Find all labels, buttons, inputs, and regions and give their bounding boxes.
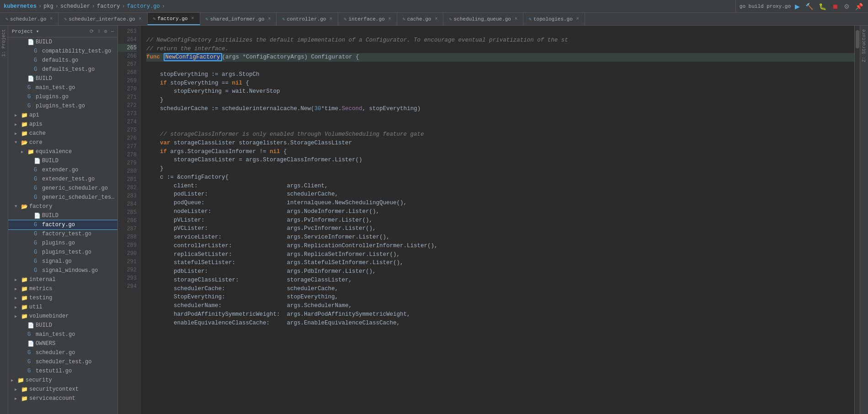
debug-button[interactable]: 🐛 — [817, 3, 828, 10]
tree-arrow-api: ▶ — [15, 113, 21, 118]
code-line-292: schedulerName: args.SchedulerName, — [146, 303, 352, 309]
tab-label: shared_informer.go — [210, 16, 265, 22]
tab-close-button[interactable]: × — [268, 16, 271, 21]
breadcrumb-pkg[interactable]: pkg — [43, 3, 53, 10]
collapse-icon[interactable]: ↕ — [97, 28, 101, 34]
tree-item-owners[interactable]: 📄 OWNERS — [8, 339, 117, 348]
tree-item-serviceaccount[interactable]: ▶ 📁 serviceaccount — [8, 394, 117, 403]
tree-item-factory[interactable]: ▼ 📂 factory — [8, 202, 117, 211]
tab-close-button[interactable]: × — [139, 16, 142, 21]
tab-shared-informer-go[interactable]: ✎ shared_informer.go × — [200, 13, 277, 25]
tree-item-securitycontext[interactable]: ▶ 📁 securitycontext — [8, 385, 117, 394]
settings-button[interactable]: ⚙ — [842, 3, 851, 10]
tree-item-extender-test[interactable]: G extender_test.go — [8, 175, 117, 184]
tree-item-defaults-test[interactable]: G defaults_test.go — [8, 65, 117, 74]
right-scrollbar[interactable] — [854, 26, 860, 414]
tab-close-button[interactable]: × — [435, 16, 437, 21]
tree-item-testutil[interactable]: G testutil.go — [8, 366, 117, 376]
breadcrumb-factory-go[interactable]: factory.go — [127, 3, 160, 10]
tree-item-signal-windows[interactable]: G signal_windows.go — [8, 266, 117, 275]
tree-item-plugins-test-factory[interactable]: G plugins_test.go — [8, 248, 117, 257]
more-icon[interactable]: ⋯ — [111, 28, 114, 34]
tab-topologies-go[interactable]: ✎ topologies.go × — [523, 13, 585, 25]
code-line-277: c := &configFactory{ — [146, 174, 229, 180]
tree-item-util[interactable]: ▶ 📁 util — [8, 303, 117, 312]
go-file-icon: G — [34, 66, 41, 73]
tree-item-internal[interactable]: ▶ 📁 internal — [8, 275, 117, 284]
tab-scheduler-go[interactable]: ✎ scheduler.go × — [0, 13, 59, 25]
tree-item-compat-test[interactable]: G compatibility_test.go — [8, 47, 117, 56]
pin-button[interactable]: 📌 — [854, 3, 864, 10]
line-number: 283 — [118, 192, 137, 200]
go-file-icon: G — [34, 240, 41, 246]
tree-item-defaults[interactable]: G defaults.go — [8, 56, 117, 65]
tree-item-volumebinder[interactable]: ▶ 📁 volumebinder — [8, 312, 117, 321]
tree-item-factory-go[interactable]: G factory.go — [8, 220, 117, 229]
settings-icon[interactable]: ⚙ — [104, 28, 107, 34]
tree-item-core[interactable]: ▼ 📂 core — [8, 138, 117, 147]
tree-item-testing[interactable]: ▶ 📁 testing — [8, 293, 117, 303]
tab-close-button[interactable]: × — [50, 16, 53, 21]
tab-controller-go[interactable]: ✎ controller.go × — [277, 13, 338, 25]
tab-label: scheduling_queue.go — [454, 16, 511, 22]
tree-item-metrics[interactable]: ▶ 📁 metrics — [8, 284, 117, 293]
tree-item-factory-test[interactable]: G factory_test.go — [8, 229, 117, 239]
tab-interface-go[interactable]: ✎ interface.go × — [338, 13, 397, 25]
stop-button[interactable]: ⏹ — [831, 3, 840, 10]
tree-item-plugins[interactable]: G plugins.go — [8, 92, 117, 101]
run-button[interactable]: ▶ — [793, 3, 801, 10]
tree-item-security[interactable]: ▶ 📁 security — [8, 376, 117, 385]
build-button[interactable]: 🔨 — [804, 3, 815, 10]
tree-label: defaults_test.go — [42, 66, 95, 73]
breadcrumb-scheduler[interactable]: scheduler — [60, 3, 90, 10]
tree-item-plugins-factory[interactable]: G plugins.go — [8, 239, 117, 248]
tree-item-build-core[interactable]: 📄 BUILD — [8, 156, 117, 165]
tree-arrow: ▶ — [15, 387, 21, 392]
tree-item-generic-scheduler-test[interactable]: G generic_scheduler_test.go — [8, 193, 117, 202]
breadcrumb-kubernetes[interactable]: kubernetes — [4, 3, 37, 10]
tree-item-build-root[interactable]: 📄 BUILD — [8, 37, 117, 47]
tree-item-build-sched[interactable]: 📄 BUILD — [8, 321, 117, 330]
tree-item-scheduler-go[interactable]: G scheduler.go — [8, 348, 117, 357]
tab-close-button[interactable]: × — [330, 16, 332, 21]
tree-item-equivalence[interactable]: ▶ 📁 equivalence — [8, 147, 117, 156]
code-editor[interactable]: // NewConfigFactory initializes the defa… — [141, 26, 854, 414]
tab-cache-go[interactable]: ✎ cache.go × — [397, 13, 444, 25]
sync-icon[interactable]: ⟳ — [90, 28, 94, 34]
tree-item-main-test[interactable]: G main_test.go — [8, 83, 117, 92]
tree-label: BUILD — [42, 212, 59, 219]
tree-item-main-test-sched[interactable]: G main_test.go — [8, 330, 117, 339]
tree-item-cache[interactable]: ▶ 📁 cache — [8, 129, 117, 138]
code-line-294: enableEquivalenceClassCache: args.Enable… — [146, 320, 400, 326]
tab-scheduling-queue-go[interactable]: ✎ scheduling_queue.go × — [443, 13, 523, 25]
scroll-thumb[interactable] — [856, 30, 859, 48]
line-number: 266 — [118, 52, 137, 60]
tab-factory-go[interactable]: ✎ factory.go × — [148, 13, 200, 25]
tree-label: api — [29, 112, 39, 118]
tab-scheduler-interface-go[interactable]: ✎ scheduler_interface.go × — [59, 13, 147, 25]
breadcrumb-sep-4: › — [122, 3, 125, 10]
code-line-263: // NewConfigFactory initializes the defa… — [146, 37, 568, 43]
tab-close-button[interactable]: × — [515, 16, 517, 21]
tree-item-generic-scheduler[interactable]: G generic_scheduler.go — [8, 184, 117, 193]
tree-arrow: ▶ — [15, 296, 21, 301]
tree-item-apis[interactable]: ▶ 📁 apis — [8, 120, 117, 129]
tree-item-build2[interactable]: 📄 BUILD — [8, 74, 117, 83]
tree-arrow-apis: ▶ — [15, 122, 21, 127]
tree-item-scheduler-test-go[interactable]: G scheduler_test.go — [8, 357, 117, 366]
tree-item-api[interactable]: ▶ 📁 api — [8, 111, 117, 120]
tree-item-signal[interactable]: G signal.go — [8, 257, 117, 266]
folder-icon: 📁 — [27, 149, 35, 155]
tab-close-button[interactable]: × — [192, 16, 194, 21]
tab-close-button[interactable]: × — [576, 16, 579, 21]
tab-close-button[interactable]: × — [389, 16, 391, 21]
go-file-icon: G — [27, 103, 35, 109]
tree-label: main_test.go — [36, 331, 75, 338]
project-tab[interactable]: 1: Project — [1, 27, 6, 58]
tab-modified-indicator: ✎ — [64, 16, 67, 22]
structure-tab[interactable]: Z: Structure — [862, 27, 867, 64]
tree-item-build-factory[interactable]: 📄 BUILD — [8, 211, 117, 220]
tree-item-extender[interactable]: G extender.go — [8, 165, 117, 175]
tree-item-plugins-test[interactable]: G plugins_test.go — [8, 101, 117, 111]
breadcrumb-factory[interactable]: factory — [97, 3, 120, 10]
